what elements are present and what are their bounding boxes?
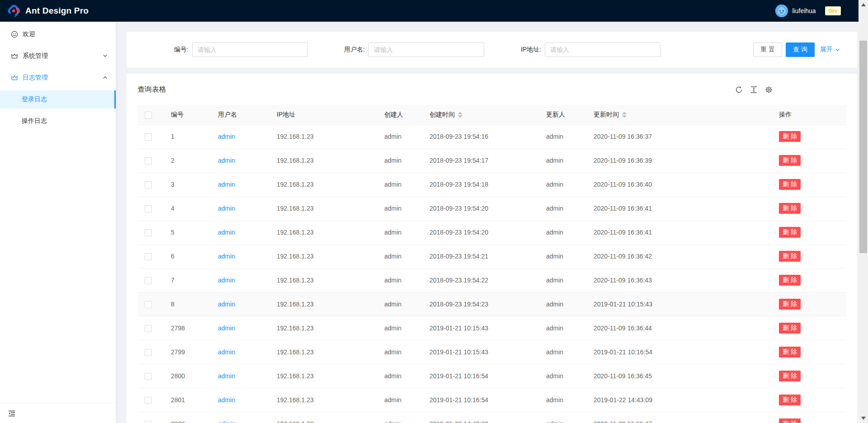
id-input[interactable] xyxy=(192,42,308,57)
sidebar-item-operation-log[interactable]: 操作日志 xyxy=(0,112,116,130)
cell-creator: admin xyxy=(377,316,422,340)
sidebar-item-log-management[interactable]: 日志管理 xyxy=(0,69,116,87)
username-link[interactable]: admin xyxy=(218,348,235,356)
user-name[interactable]: liufeihua xyxy=(792,7,816,14)
table-row: 4 admin 192.168.1.23 admin 2018-09-23 19… xyxy=(137,197,846,221)
delete-button[interactable]: 删 除 xyxy=(779,179,801,190)
delete-button[interactable]: 删 除 xyxy=(779,371,801,381)
username-link[interactable]: admin xyxy=(218,205,235,212)
row-checkbox[interactable] xyxy=(145,205,152,212)
cell-id: 2 xyxy=(164,149,211,173)
crown-icon xyxy=(11,52,18,60)
username-link[interactable]: admin xyxy=(218,301,235,308)
cell-updated-time: 2020-11-09 16:36:41 xyxy=(586,197,772,221)
scrollbar-up-arrow-icon[interactable] xyxy=(861,3,866,6)
username-link[interactable]: admin xyxy=(218,372,235,380)
row-checkbox[interactable] xyxy=(145,421,152,423)
row-checkbox[interactable] xyxy=(145,373,152,380)
ip-input[interactable] xyxy=(545,42,660,57)
sidebar-item-system-management[interactable]: 系统管理 xyxy=(0,47,116,65)
reload-icon[interactable] xyxy=(735,86,743,94)
search-field-id: 编号: xyxy=(154,42,308,57)
row-checkbox[interactable] xyxy=(145,157,152,164)
delete-button[interactable]: 删 除 xyxy=(779,299,801,310)
cell-id: 4 xyxy=(164,197,211,221)
row-checkbox[interactable] xyxy=(145,277,152,284)
cell-created-time: 2018-09-23 19:54:17 xyxy=(422,149,539,173)
cell-id: 6 xyxy=(164,244,211,268)
sidebar-item-welcome[interactable]: 欢迎 xyxy=(0,25,116,43)
main-content: 编号: 用户名: IP地址: 重 置 查 询 展开 查询表格 xyxy=(116,0,868,423)
column-header-created-time[interactable]: 创建时间 xyxy=(422,105,539,125)
cell-created-time: 2019-01-21 10:16:54 xyxy=(422,364,539,388)
expand-link[interactable]: 展开 xyxy=(820,46,840,54)
cell-updated-time: 2020-11-09 16:36:37 xyxy=(586,125,772,149)
username-link[interactable]: admin xyxy=(218,133,235,140)
row-checkbox[interactable] xyxy=(145,397,152,404)
row-checkbox[interactable] xyxy=(145,229,152,236)
delete-button[interactable]: 删 除 xyxy=(779,227,801,238)
app-logo[interactable]: Ant Design Pro xyxy=(7,4,89,18)
delete-button[interactable]: 删 除 xyxy=(779,418,801,423)
row-checkbox[interactable] xyxy=(145,253,152,260)
column-header-updated-time[interactable]: 更新时间 xyxy=(586,105,772,125)
username-input[interactable] xyxy=(368,42,484,57)
cell-updated-time: 2020-11-09 16:36:43 xyxy=(586,268,772,292)
cell-created-time: 2018-09-23 19:54:23 xyxy=(422,292,539,316)
delete-button[interactable]: 删 除 xyxy=(779,203,801,214)
delete-button[interactable]: 删 除 xyxy=(779,131,801,142)
cell-updater: admin xyxy=(539,244,586,268)
delete-button[interactable]: 删 除 xyxy=(779,323,801,334)
cell-id: 3 xyxy=(164,173,211,197)
menu-fold-icon[interactable] xyxy=(8,410,15,417)
delete-button[interactable]: 删 除 xyxy=(779,275,801,286)
column-header-actions: 操作 xyxy=(772,105,846,125)
sidebar-item-login-log[interactable]: 登录日志 xyxy=(0,90,116,108)
row-checkbox[interactable] xyxy=(145,181,152,188)
row-checkbox[interactable] xyxy=(145,301,152,308)
username-link[interactable]: admin xyxy=(218,324,235,332)
username-link[interactable]: admin xyxy=(218,157,235,164)
cell-id: 8 xyxy=(164,292,211,316)
cell-creator: admin xyxy=(377,149,422,173)
cell-id: 2801 xyxy=(164,388,211,412)
window-scrollbar[interactable] xyxy=(859,0,868,423)
cell-creator: admin xyxy=(377,125,422,149)
username-link[interactable]: admin xyxy=(218,181,235,188)
query-button[interactable]: 查 询 xyxy=(786,42,815,57)
username-link[interactable]: admin xyxy=(218,253,235,260)
avatar-image xyxy=(775,5,788,17)
username-link[interactable]: admin xyxy=(218,229,235,236)
scrollbar-thumb[interactable] xyxy=(859,41,867,253)
cell-ip: 192.168.1.23 xyxy=(269,173,377,197)
delete-button[interactable]: 删 除 xyxy=(779,347,801,357)
cell-created-time: 2018-09-23 19:54:21 xyxy=(422,244,539,268)
cell-updater: admin xyxy=(539,197,586,221)
density-icon[interactable] xyxy=(750,86,758,94)
sidebar-item-label: 登录日志 xyxy=(22,95,47,103)
row-checkbox[interactable] xyxy=(145,349,152,356)
delete-button[interactable]: 删 除 xyxy=(779,251,801,262)
cell-creator: admin xyxy=(377,412,422,423)
delete-button[interactable]: 删 除 xyxy=(779,395,801,405)
env-tag: dev xyxy=(825,6,841,15)
cell-updated-time: 2020-11-09 16:36:47 xyxy=(586,412,772,423)
delete-button[interactable]: 删 除 xyxy=(779,155,801,166)
scrollbar-down-arrow-icon[interactable] xyxy=(861,417,866,420)
username-link[interactable]: admin xyxy=(218,420,235,423)
username-link[interactable]: admin xyxy=(218,396,235,404)
table-toolbar xyxy=(728,74,773,105)
select-all-checkbox[interactable] xyxy=(145,112,152,119)
reset-button[interactable]: 重 置 xyxy=(753,42,782,57)
cell-created-time: 2018-09-23 19:54:20 xyxy=(422,197,539,221)
sort-carets-icon[interactable] xyxy=(622,112,627,118)
cell-creator: admin xyxy=(377,268,422,292)
username-link[interactable]: admin xyxy=(218,277,235,284)
settings-icon[interactable] xyxy=(765,86,773,94)
row-checkbox[interactable] xyxy=(145,325,152,332)
table-row: 2798 admin 192.168.1.23 admin 2019-01-21… xyxy=(137,316,846,340)
row-checkbox[interactable] xyxy=(145,133,152,141)
cell-updater: admin xyxy=(539,268,586,292)
user-avatar[interactable] xyxy=(775,5,788,17)
sort-carets-icon[interactable] xyxy=(458,112,462,118)
